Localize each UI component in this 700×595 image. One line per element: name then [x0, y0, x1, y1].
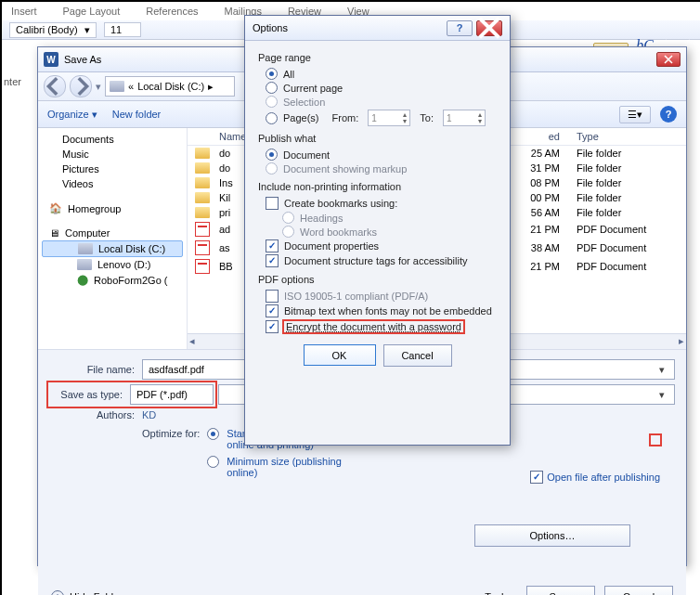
sidebar-item-localc[interactable]: Local Disk (C:): [42, 240, 183, 257]
authors-label: Authors:: [49, 409, 142, 420]
options-button[interactable]: Options…: [474, 524, 630, 547]
options-close-button[interactable]: [476, 20, 502, 36]
options-cancel-button[interactable]: Cancel: [383, 344, 452, 367]
view-mode-button[interactable]: ☰▾: [619, 106, 651, 123]
page-range-current-radio[interactable]: Current page: [258, 81, 497, 95]
sidebar-item-homegroup[interactable]: 🏠 Homegroup: [38, 200, 187, 216]
drive-icon: [77, 259, 92, 270]
sidebar-item-roboform[interactable]: ⬤RoboForm2Go (: [38, 272, 187, 288]
nav-forward-button[interactable]: [70, 75, 92, 97]
save-as-type-label: Save as type:: [50, 389, 130, 400]
page-range-all-radio[interactable]: All: [258, 67, 497, 81]
folder-icon: [195, 192, 210, 203]
iso-checkbox[interactable]: ISO 19005-1 compliant (PDF/A): [258, 289, 497, 304]
options-dialog: Options ? Page range All Current page Se…: [244, 15, 511, 446]
painter-fragment: nter: [4, 76, 21, 87]
create-bookmarks-checkbox[interactable]: Create bookmarks using:: [258, 196, 497, 211]
radio-icon: [207, 428, 219, 440]
radio-icon: [207, 456, 219, 468]
nonprint-header: Include non-printing information: [258, 181, 497, 192]
options-titlebar: Options ?: [245, 16, 510, 41]
save-button[interactable]: Save: [526, 586, 595, 595]
save-as-close-button[interactable]: [656, 52, 681, 67]
publish-document-radio[interactable]: Document: [258, 148, 497, 162]
tab-insert[interactable]: Insert: [11, 6, 37, 17]
checkbox-icon: [530, 471, 543, 484]
organize-button[interactable]: Organize ▾: [47, 109, 97, 121]
options-help-button[interactable]: ?: [447, 20, 473, 36]
authors-value[interactable]: KD: [142, 409, 156, 420]
hide-folders-button[interactable]: Hide Folders: [51, 590, 127, 595]
pdf-icon: [195, 240, 210, 255]
sidebar-item-documents[interactable]: Documents: [38, 132, 187, 147]
options-title: Options: [253, 22, 288, 33]
file-name-label: File name:: [49, 364, 142, 375]
bookmarks-headings-radio: Headings: [258, 211, 497, 225]
chevron-up-icon: [51, 590, 64, 595]
sidebar-item-music[interactable]: Music: [38, 147, 187, 162]
tab-references[interactable]: References: [146, 6, 198, 17]
pdf-icon: [195, 259, 210, 274]
save-as-title: Save As: [64, 54, 101, 65]
sidebar-item-computer[interactable]: 🖥 Computer: [38, 226, 187, 240]
help-button[interactable]: ?: [660, 106, 677, 123]
breadcrumb[interactable]: « Local Disk (C:) ▸: [105, 76, 235, 97]
page-to-input[interactable]: 1▴▾: [443, 110, 486, 126]
drive-icon: [78, 243, 93, 254]
sidebar-item-lenovo[interactable]: Lenovo (D:): [38, 257, 187, 272]
nav-back-button[interactable]: [44, 75, 66, 97]
font-size-dropdown[interactable]: 11: [104, 22, 141, 37]
word-icon: W: [44, 52, 58, 67]
sidebar-item-videos[interactable]: Videos: [38, 176, 187, 191]
publish-what-header: Publish what: [258, 133, 497, 144]
folder-icon: [195, 177, 210, 188]
pdf-options-header: PDF options: [258, 274, 497, 285]
bookmarks-word-radio: Word bookmarks: [258, 225, 497, 239]
doc-properties-checkbox[interactable]: Document properties: [258, 239, 497, 253]
sidebar: Documents Music Pictures Videos 🏠 Homegr…: [38, 128, 188, 349]
open-after-publish-checkbox[interactable]: Open file after publishing: [530, 471, 660, 484]
save-as-type-dropdown[interactable]: PDF (*.pdf): [130, 384, 214, 405]
col-type: Type: [560, 131, 679, 142]
folder-icon: [195, 162, 210, 174]
folder-icon: [195, 207, 210, 218]
optimize-minimum-radio[interactable]: Minimum size (publishing online): [207, 456, 347, 478]
page-range-header: Page range: [258, 52, 497, 63]
folder-icon: [195, 148, 210, 159]
options-ok-button[interactable]: OK: [304, 344, 376, 366]
cancel-button[interactable]: Cancel: [604, 586, 673, 595]
structure-tags-checkbox[interactable]: Document structure tags for accessibilit…: [258, 253, 497, 268]
publish-markup-radio: Document showing markup: [258, 162, 497, 175]
page-range-selection-radio: Selection: [258, 95, 497, 109]
tab-pagelayout[interactable]: Page Layout: [63, 6, 121, 17]
drive-icon: [110, 81, 124, 92]
page-range-pages-radio[interactable]: Page(s) From: 1▴▾ To: 1▴▾: [258, 109, 497, 127]
pdf-icon: [195, 222, 210, 237]
tools-dropdown[interactable]: Tools ▾: [485, 591, 517, 596]
sidebar-item-pictures[interactable]: Pictures: [38, 162, 187, 176]
optimize-label: Optimize for:: [142, 428, 200, 478]
new-folder-button[interactable]: New folder: [112, 109, 162, 120]
bitmap-text-checkbox[interactable]: Bitmap text when fonts may not be embedd…: [258, 304, 497, 318]
font-name-dropdown[interactable]: Calibri (Body)▾: [9, 22, 97, 38]
page-from-input[interactable]: 1▴▾: [368, 110, 410, 126]
encrypt-checkbox[interactable]: Encrypt the document with a password: [258, 318, 497, 335]
